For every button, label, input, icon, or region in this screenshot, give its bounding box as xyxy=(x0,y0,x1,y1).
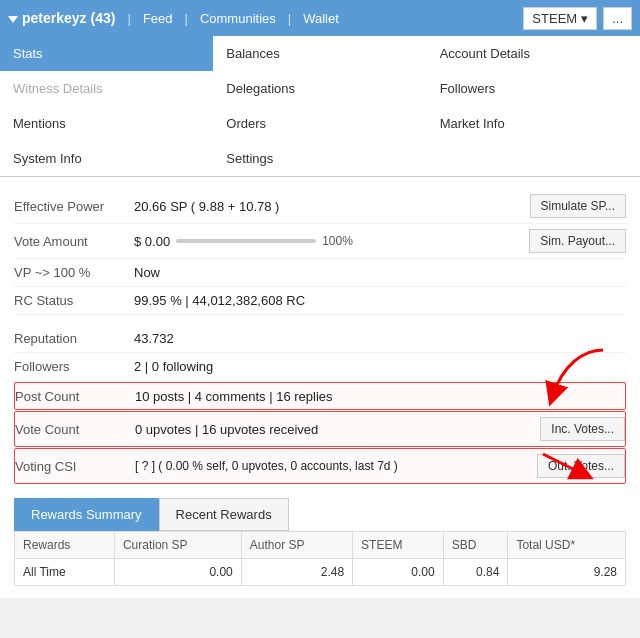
row-author-sp: 2.48 xyxy=(241,559,352,586)
vp-value: Now xyxy=(134,265,626,280)
recent-rewards-tab[interactable]: Recent Rewards xyxy=(159,498,289,531)
nav-followers[interactable]: Followers xyxy=(427,71,640,106)
nav-balances[interactable]: Balances xyxy=(213,36,426,71)
rc-status-label: RC Status xyxy=(14,293,134,308)
vote-dollar-value: $ 0.00 xyxy=(134,234,170,249)
reputation-row: Reputation 43.732 xyxy=(14,325,626,353)
vote-amount-row: Vote Amount $ 0.00 100% Sim. Payout... xyxy=(14,224,626,259)
followers-value: 2 | 0 following xyxy=(134,359,626,374)
nav-empty xyxy=(427,141,640,176)
out-votes-action: Out. Votes... xyxy=(537,454,625,478)
post-count-row: Post Count 10 posts | 4 comments | 16 re… xyxy=(14,382,626,410)
vote-count-row: Vote Count 0 upvotes | 16 upvotes receiv… xyxy=(14,411,626,447)
user-identity[interactable]: peterkeyz (43) xyxy=(8,10,116,26)
divider-1: | xyxy=(128,11,131,26)
reputation-label: Reputation xyxy=(14,331,134,346)
separator-1 xyxy=(14,315,626,325)
vp-row: VP ~> 100 % Now xyxy=(14,259,626,287)
dropdown-arrow-icon: ▾ xyxy=(581,11,588,26)
col-rewards-header: Rewards xyxy=(15,532,115,559)
table-row: All Time 0.00 2.48 0.00 0.84 9.28 xyxy=(15,559,626,586)
row-total-usd: 9.28 xyxy=(508,559,626,586)
nav-account-details[interactable]: Account Details xyxy=(427,36,640,71)
vote-slider-track[interactable] xyxy=(176,239,316,243)
vote-pct-label: 100% xyxy=(322,234,353,248)
nav-witness-details: Witness Details xyxy=(0,71,213,106)
nav-market-info[interactable]: Market Info xyxy=(427,106,640,141)
username: peterkeyz xyxy=(22,10,87,26)
voting-csi-value: [ ? ] ( 0.00 % self, 0 upvotes, 0 accoun… xyxy=(135,459,537,473)
rewards-tabs: Rewards Summary Recent Rewards xyxy=(14,498,626,531)
followers-row: Followers 2 | 0 following xyxy=(14,353,626,381)
col-sbd-header: SBD xyxy=(443,532,508,559)
vote-count-value: 0 upvotes | 16 upvotes received xyxy=(135,422,540,437)
col-total-usd-header: Total USD* xyxy=(508,532,626,559)
inc-votes-button[interactable]: Inc. Votes... xyxy=(540,417,625,441)
top-bar: peterkeyz (43) | Feed | Communities | Wa… xyxy=(0,0,640,36)
communities-link[interactable]: Communities xyxy=(200,11,276,26)
row-label: All Time xyxy=(15,559,115,586)
divider-2: | xyxy=(185,11,188,26)
row-curation-sp: 0.00 xyxy=(114,559,241,586)
steem-dropdown-button[interactable]: STEEM ▾ xyxy=(523,7,597,30)
simulate-sp-button[interactable]: Simulate SP... xyxy=(530,194,626,218)
inc-votes-action: Inc. Votes... xyxy=(540,417,625,441)
feed-link[interactable]: Feed xyxy=(143,11,173,26)
vote-amount-label: Vote Amount xyxy=(14,234,134,249)
top-bar-right: STEEM ▾ ... xyxy=(523,7,632,30)
rewards-table: Rewards Curation SP Author SP STEEM SBD … xyxy=(14,531,626,586)
vote-count-label: Vote Count xyxy=(15,422,135,437)
reputation-value: 43.732 xyxy=(134,331,626,346)
effective-power-row: Effective Power 20.66 SP ( 9.88 + 10.78 … xyxy=(14,189,626,224)
sim-payout-button[interactable]: Sim. Payout... xyxy=(529,229,626,253)
rewards-summary-tab[interactable]: Rewards Summary xyxy=(14,498,159,531)
nav-settings[interactable]: Settings xyxy=(213,141,426,176)
divider-3: | xyxy=(288,11,291,26)
sim-payout-action: Sim. Payout... xyxy=(529,229,626,253)
nav-mentions[interactable]: Mentions xyxy=(0,106,213,141)
followers-label: Followers xyxy=(14,359,134,374)
dropdown-triangle-icon xyxy=(8,10,18,26)
post-count-label: Post Count xyxy=(15,389,135,404)
vote-amount-value: $ 0.00 100% xyxy=(134,234,529,249)
nav-stats[interactable]: Stats xyxy=(0,36,213,71)
more-options-button[interactable]: ... xyxy=(603,7,632,30)
wallet-link[interactable]: Wallet xyxy=(303,11,339,26)
nav-orders[interactable]: Orders xyxy=(213,106,426,141)
rc-status-row: RC Status 99.95 % | 44,012,382,608 RC xyxy=(14,287,626,315)
rc-status-value: 99.95 % | 44,012,382,608 RC xyxy=(134,293,626,308)
user-rep: (43) xyxy=(91,10,116,26)
simulate-sp-action: Simulate SP... xyxy=(530,194,626,218)
vote-slider-group: $ 0.00 100% xyxy=(134,234,529,249)
nav-system-info[interactable]: System Info xyxy=(0,141,213,176)
nav-menu: Stats Balances Account Details Witness D… xyxy=(0,36,640,177)
row-steem: 0.00 xyxy=(353,559,444,586)
col-steem-header: STEEM xyxy=(353,532,444,559)
col-curation-sp-header: Curation SP xyxy=(114,532,241,559)
effective-power-label: Effective Power xyxy=(14,199,134,214)
nav-delegations[interactable]: Delegations xyxy=(213,71,426,106)
out-votes-button[interactable]: Out. Votes... xyxy=(537,454,625,478)
post-count-value: 10 posts | 4 comments | 16 replies xyxy=(135,389,625,404)
col-author-sp-header: Author SP xyxy=(241,532,352,559)
effective-power-value: 20.66 SP ( 9.88 + 10.78 ) xyxy=(134,199,530,214)
voting-csi-label: Voting CSI xyxy=(15,459,135,474)
main-content: Effective Power 20.66 SP ( 9.88 + 10.78 … xyxy=(0,177,640,598)
voting-csi-row: Voting CSI [ ? ] ( 0.00 % self, 0 upvote… xyxy=(14,448,626,484)
vp-label: VP ~> 100 % xyxy=(14,265,134,280)
top-bar-left: peterkeyz (43) | Feed | Communities | Wa… xyxy=(8,10,523,26)
row-sbd: 0.84 xyxy=(443,559,508,586)
